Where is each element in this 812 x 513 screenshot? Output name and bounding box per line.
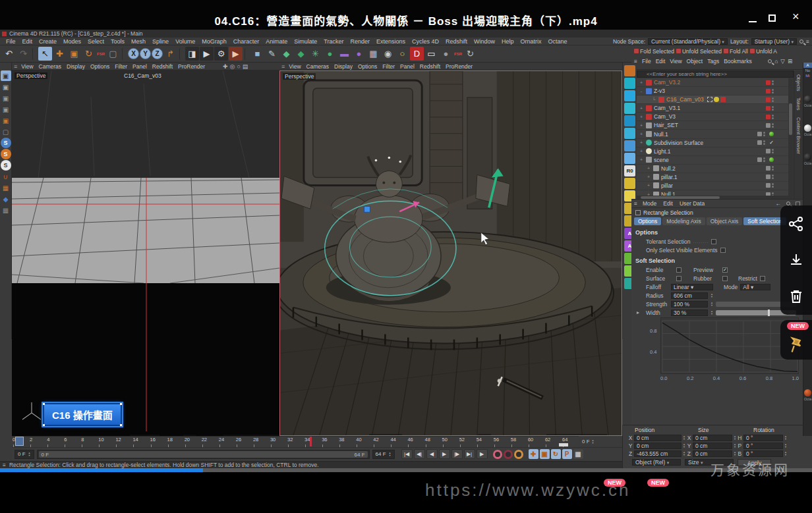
palette-icon[interactable]: ▣ [1,93,11,103]
hamburger-icon[interactable]: ≡ [806,38,809,45]
record-button[interactable] [514,450,523,459]
object-name[interactable]: Cam_V3 [654,113,676,120]
toolbar-icon[interactable]: ● [323,47,337,61]
menu-item[interactable]: Animate [262,38,291,45]
object-row[interactable]: └ C16_Cam_v03 ✓ [637,95,788,104]
object-row[interactable]: - Z-v3 ✓ [637,87,788,95]
object-name[interactable]: Z-v3 [654,88,665,94]
checkbox[interactable] [760,276,765,281]
palette-icon[interactable]: R0 [624,165,635,176]
toolbar-icon[interactable]: ▢ [106,47,120,61]
object-row[interactable]: + Subdivision Surface ✓ [637,139,788,148]
viewport-tool-icon[interactable]: ✚ [223,63,228,70]
menu-item[interactable]: Redshift [442,38,471,45]
visibility-toggles[interactable]: ✓ [766,166,788,171]
viewport-menu-item[interactable]: Display [332,63,355,70]
expand-toggle-icon[interactable]: + [646,166,651,171]
fold-button[interactable]: Unfold A [750,48,777,55]
attr-tab[interactable]: Options [634,217,661,225]
expand-toggle-icon[interactable]: - [639,89,644,94]
viewport-label[interactable]: Perspective [14,72,47,79]
transport-button[interactable]: ◀| [414,449,425,459]
material-sphere[interactable] [804,95,811,103]
visibility-toggles[interactable]: ✓ [766,183,788,188]
toolbar-icon[interactable] [122,48,126,60]
viewport-menu-item[interactable]: Options [88,63,112,70]
attr-menu-item[interactable]: Mode [643,200,656,207]
toolbar-icon[interactable]: ↖ [38,47,52,61]
visibility-toggles[interactable]: ✓ [766,115,788,119]
expand-toggle-icon[interactable]: └ [651,97,656,102]
om-menu-item[interactable]: Tags [707,58,719,65]
menu-item[interactable]: Help [498,38,517,45]
toolbar-icon[interactable] [179,48,183,60]
checkbox[interactable] [676,267,682,273]
layout-dropdown[interactable]: Startup (User) ▾ [751,38,797,45]
expand-toggle-icon[interactable]: + [639,132,644,136]
falloff-curve-graph[interactable] [660,317,799,374]
object-name[interactable]: Light.1 [654,148,671,155]
object-name[interactable]: C16_Cam_v03 [666,96,704,103]
size-field[interactable]: 0 cm [693,450,732,457]
menu-item[interactable]: Select [84,38,107,45]
menu-item[interactable]: Simulate [291,38,320,45]
menu-item[interactable]: MoGraph [198,38,230,45]
palette-icon[interactable]: ▣ [1,82,11,92]
menu-item[interactable]: Create [36,38,60,45]
viewport-menu-item[interactable]: Filter [380,63,397,70]
rotation-field[interactable]: 0 ° [743,450,783,457]
hamburger-icon[interactable]: ≡ [14,63,17,70]
visibility-toggles[interactable]: ✓ [766,106,788,111]
transport-button[interactable]: ▶| [464,449,475,459]
checkbox[interactable] [676,276,682,281]
viewport-menu-item[interactable]: Display [64,63,88,70]
attr-tab[interactable]: Modeling Axis [662,217,705,225]
side-tab[interactable]: Content Browser [796,117,801,154]
position-field[interactable]: -463.555 cm [634,450,682,457]
viewport-menu-item[interactable]: Redshift [150,63,175,70]
palette-icon[interactable] [624,178,635,189]
toolbar-icon[interactable]: ◆ [279,47,293,61]
toolbar-icon[interactable]: FSR [453,47,463,61]
object-row[interactable]: + pillar ✓ [637,182,788,190]
toolbar-icon[interactable]: ● [352,47,366,61]
palette-icon[interactable] [624,90,635,101]
viewport-menu-item[interactable]: ProRender [175,63,208,70]
toolbar-icon[interactable]: ▣ [67,47,81,61]
toolbar-icon[interactable]: ▭ [424,47,438,61]
fold-button[interactable]: Fold Selected [634,48,674,55]
object-name[interactable]: Null.1 [654,131,668,138]
expand-toggle-icon[interactable]: + [639,115,644,119]
viewport-tool-icon[interactable]: ◎ [230,63,235,70]
palette-icon[interactable] [624,65,635,76]
size-field[interactable]: 0 cm [693,435,732,441]
visibility-toggles[interactable]: ✓ [766,123,788,128]
viewport-menu-item[interactable]: Options [355,63,380,70]
om-header-icon[interactable]: ⊞ [788,58,792,65]
material-sphere[interactable] [804,153,811,161]
menu-item[interactable]: File [3,38,19,45]
object-name[interactable]: pillar [661,182,673,189]
viewport-menu-item[interactable]: View [286,63,303,70]
hamburger-icon[interactable]: ≡ [3,462,6,468]
expand-toggle-icon[interactable]: + [639,140,644,145]
toolbar-icon[interactable]: D [410,47,424,61]
viewport-menu-item[interactable]: Cameras [304,63,332,70]
transport-button[interactable]: ▶ [477,449,488,459]
object-row[interactable]: + scene ✓ [637,156,788,165]
share-icon[interactable] [789,217,803,231]
object-name[interactable]: Subdivision Surface [654,140,703,146]
menu-item[interactable]: Tracker [320,38,347,45]
toolbar-icon[interactable]: Z [152,48,163,59]
viewport-menu-item[interactable]: Panel [130,63,150,70]
coord-mode-dropdown[interactable]: Object (Rel) ▾ [632,459,681,466]
rotation-field[interactable]: 0 ° [743,435,783,441]
om-header-icon[interactable]: ⌂ [774,58,778,65]
checkbox[interactable] [722,276,728,281]
keyframe-toggle[interactable]: ▣ [540,449,550,459]
trash-icon[interactable] [790,289,803,304]
palette-icon[interactable] [624,140,635,151]
keyframe-toggle[interactable]: ✚ [529,449,538,459]
om-menu-item[interactable]: Bookmarks [724,58,752,65]
om-header-icon[interactable]: ▽ [780,58,785,65]
